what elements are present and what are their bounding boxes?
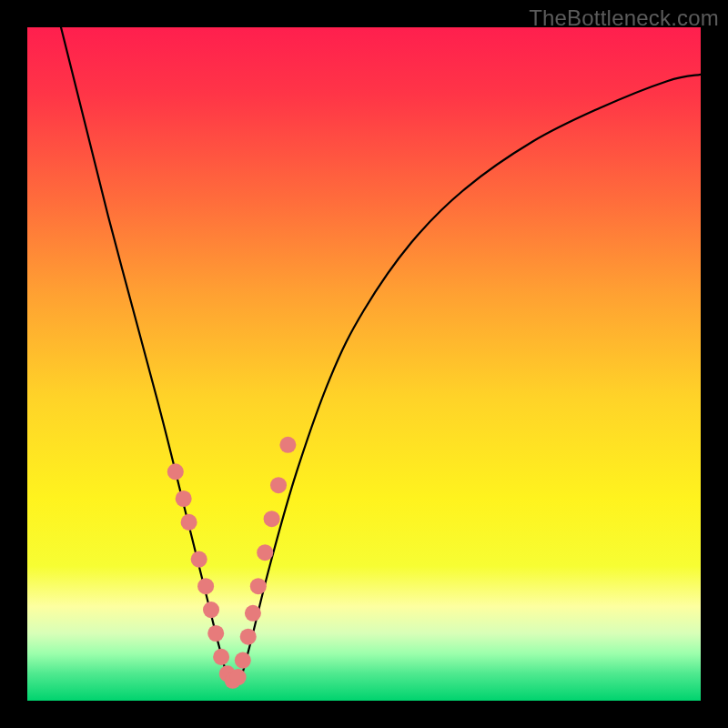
chart-svg <box>27 27 701 701</box>
marker-dot <box>207 625 224 642</box>
marker-dot <box>213 649 229 665</box>
marker-dot <box>235 652 251 669</box>
marker-dot <box>240 629 257 645</box>
marker-dot <box>167 463 184 480</box>
marker-dot <box>257 544 273 561</box>
marker-dot <box>176 490 192 507</box>
plot-area <box>27 27 701 701</box>
marker-dot <box>230 669 247 685</box>
highlight-dots <box>167 437 297 689</box>
watermark-text: TheBottleneck.com <box>529 5 719 31</box>
marker-dot <box>203 602 219 618</box>
bottleneck-curve <box>61 27 701 685</box>
marker-dot <box>245 605 261 622</box>
marker-dot <box>191 551 207 568</box>
marker-dot <box>181 514 197 531</box>
marker-dot <box>270 477 287 493</box>
marker-dot <box>197 578 214 594</box>
marker-dot <box>250 578 267 594</box>
outer-frame: TheBottleneck.com <box>0 0 728 728</box>
marker-dot <box>264 511 280 527</box>
marker-dot <box>279 437 296 453</box>
